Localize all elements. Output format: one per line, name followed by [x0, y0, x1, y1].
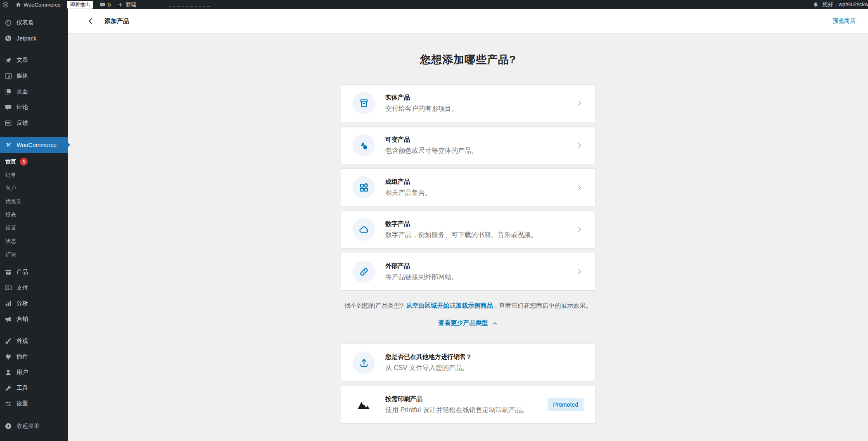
- back-button[interactable]: [86, 17, 95, 26]
- sidebar-item[interactable]: 营销: [0, 311, 68, 327]
- helper-text: 找不到您的产品类型?从空白区域开始或加载示例商品，查看它们在您商店中的展示效果。: [68, 302, 868, 310]
- product-type-card[interactable]: 成组产品 相关产品集合。: [341, 168, 595, 206]
- sidebar-item[interactable]: 评论: [0, 100, 68, 115]
- sidebar-item[interactable]: 文章: [0, 52, 68, 68]
- wordpress-menu[interactable]: W: [2, 2, 9, 8]
- collapse-menu-button[interactable]: 收起菜单: [0, 418, 68, 434]
- submenu-item-label: 订单: [5, 171, 16, 179]
- sidebar-item[interactable]: 工具: [0, 380, 68, 396]
- sidebar-item-label: 评论: [17, 104, 28, 111]
- sidebar-item-label: 用户: [17, 369, 28, 376]
- chevron-up-icon: [492, 320, 498, 326]
- submenu-item[interactable]: 扩展: [0, 248, 68, 261]
- product-type-card[interactable]: 可变产品 包含颜色或尺寸等变体的产品。: [341, 126, 595, 164]
- card-title: 实体产品: [385, 94, 565, 102]
- unread-count-badge: 5: [20, 158, 28, 166]
- sidebar-item[interactable]: 插件: [0, 349, 68, 365]
- sidebar-item-label: 分析: [17, 300, 28, 307]
- sidebar-item-woocommerce[interactable]: W WooCommerce: [0, 137, 68, 153]
- link-icon: [353, 261, 375, 283]
- sidebar-item[interactable]: Jetpack: [0, 31, 68, 46]
- product-type-card[interactable]: 数字产品 数字产品，例如服务、可下载的书籍、音乐或视频。: [341, 211, 595, 249]
- sidebar-item[interactable]: 反馈: [0, 115, 68, 131]
- card-description: 将产品链接到外部网站。: [385, 273, 565, 282]
- marketing-icon: [5, 315, 12, 323]
- preview-store-link[interactable]: 预览商店: [832, 17, 856, 25]
- wordpress-icon: W: [2, 2, 9, 8]
- sidebar-item-label: 文章: [17, 57, 28, 64]
- upload-icon: [353, 351, 375, 374]
- extra-option-card[interactable]: 您是否已在其他地方进行销售？ 从 CSV 文件导入您的产品。: [341, 344, 595, 382]
- submenu-item-label: 客户: [5, 185, 16, 192]
- svg-text:W: W: [4, 3, 7, 7]
- extra-option-card[interactable]: 按需印刷产品 使用 Printful 设计并轻松在线销售定制印刷产品。 Prom…: [341, 386, 595, 424]
- sidebar-item[interactable]: 设置: [0, 396, 68, 412]
- sidebar-item-label: 工具: [17, 384, 28, 392]
- sidebar-item-label: 产品: [17, 268, 28, 276]
- sidebar-item[interactable]: 页面: [0, 84, 68, 100]
- admin-bar: W WooCommerce 即将推出 0 新建 您好，wphllu2sckwv: [0, 0, 868, 9]
- feedback-icon: [5, 119, 12, 127]
- submenu-item[interactable]: 报表: [0, 208, 68, 221]
- chevron-right-icon: [575, 268, 583, 276]
- products-icon: [5, 268, 12, 276]
- home-icon: [15, 2, 21, 8]
- coming-soon-badge[interactable]: 即将推出: [67, 1, 93, 9]
- comments-shortcut[interactable]: 0: [100, 2, 111, 8]
- sidebar-item[interactable]: 分析: [0, 296, 68, 311]
- site-link[interactable]: WooCommerce: [15, 2, 61, 8]
- submenu-item[interactable]: 客户: [0, 182, 68, 195]
- sidebar-item-label: 插件: [17, 353, 28, 360]
- sidebar-commerce-group: 产品 $ 支付 分析 营销: [0, 264, 68, 327]
- show-fewer-product-types-link[interactable]: 查看更少产品类型: [439, 319, 498, 327]
- card-description: 相关产品集合。: [385, 189, 565, 197]
- svg-text:$: $: [7, 286, 9, 290]
- comments-count: 0: [108, 2, 111, 8]
- card-title: 成组产品: [385, 178, 565, 186]
- product-type-card[interactable]: 实体产品 交付给客户的有形项目。: [341, 84, 595, 122]
- submenu-item[interactable]: 设置: [0, 221, 68, 235]
- card-description: 交付给客户的有形项目。: [385, 104, 565, 113]
- product-type-card[interactable]: 外部产品 将产品链接到外部网站。: [341, 253, 595, 291]
- sidebar-item[interactable]: 产品: [0, 264, 68, 280]
- toggle-label: 查看更少产品类型: [439, 319, 488, 327]
- sidebar-item-label: 媒体: [17, 72, 28, 80]
- box-icon: [353, 92, 375, 114]
- submenu-item-label: 状态: [5, 237, 16, 245]
- submenu-item[interactable]: 首页 5: [0, 155, 68, 168]
- page-body: 您想添加哪些产品? 实体产品 交付给客户的有形项目。 可变产品 包含: [68, 33, 868, 441]
- chevron-right-icon: [575, 225, 583, 234]
- settings-icon: [5, 400, 12, 408]
- load-sample-products-link[interactable]: 加载示例商品: [455, 302, 493, 309]
- posts-icon: [5, 57, 12, 64]
- sidebar-collapse-group: 收起菜单: [0, 418, 68, 434]
- sidebar-item[interactable]: 用户: [0, 365, 68, 380]
- sidebar-item[interactable]: $ 支付: [0, 280, 68, 296]
- sidebar-content-group: 文章 媒体 页面 评论 反馈: [0, 52, 68, 131]
- submenu-item-label: 首页: [5, 158, 16, 166]
- card-title: 按需印刷产品: [385, 395, 537, 403]
- sidebar-item-label: 支付: [17, 284, 28, 292]
- bell-icon[interactable]: [813, 2, 819, 8]
- card-title: 外部产品: [385, 262, 565, 270]
- site-name: WooCommerce: [24, 2, 61, 8]
- start-blank-link[interactable]: 从空白区域开始: [406, 302, 449, 309]
- sidebar-item[interactable]: 外观: [0, 333, 68, 349]
- sidebar-item-label: 仪表盘: [17, 19, 34, 26]
- user-greeting[interactable]: 您好，wphllu2sckwv: [823, 1, 868, 8]
- sidebar-item-label: 营销: [17, 315, 28, 323]
- new-label: 新建: [126, 1, 136, 8]
- chevron-right-icon: [575, 141, 583, 149]
- new-content-menu[interactable]: 新建: [117, 1, 136, 8]
- shapes-icon: [353, 134, 375, 156]
- page-title: 添加产品: [104, 17, 129, 25]
- submenu-item[interactable]: 订单: [0, 168, 68, 182]
- sidebar-item[interactable]: 仪表盘: [0, 15, 68, 31]
- sidebar-item[interactable]: 媒体: [0, 68, 68, 84]
- submenu-item[interactable]: 状态: [0, 235, 68, 248]
- media-icon: [5, 72, 12, 80]
- helper-suffix: ，查看它们在您商店中的展示效果。: [493, 302, 592, 309]
- submenu-item[interactable]: 优惠券: [0, 195, 68, 208]
- helper-prefix: 找不到您的产品类型?: [344, 302, 403, 309]
- sidebar-item-label: 反馈: [17, 119, 28, 127]
